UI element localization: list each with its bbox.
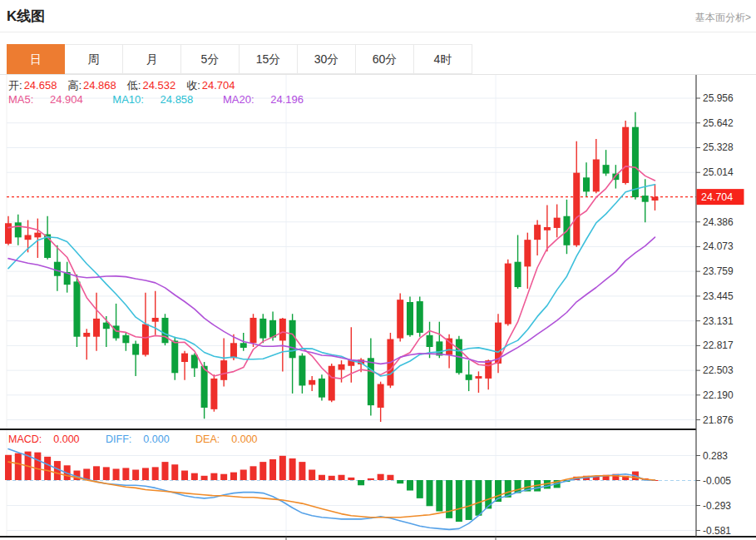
tab-15min[interactable]: 15分 [240, 44, 298, 74]
macd-value-label: MACD:0.000 [8, 433, 91, 445]
svg-text:23.759: 23.759 [703, 265, 734, 277]
svg-text:23.445: 23.445 [703, 290, 734, 302]
dea-value-label: DEA:0.000 [195, 433, 269, 445]
ma10-legend: MA10: 24.858 [112, 93, 206, 106]
tab-month[interactable]: 月 [123, 44, 181, 74]
tab-30min[interactable]: 30分 [298, 44, 356, 74]
svg-text:22.190: 22.190 [703, 389, 734, 401]
svg-text:0.283: 0.283 [703, 450, 728, 462]
low-value: 24.532 [142, 79, 175, 92]
svg-text:25.014: 25.014 [703, 166, 734, 178]
page-title: K线图 [7, 7, 45, 26]
kline-app: K线图 基本面分析> 日 周 月 5分 15分 30分 60分 4时 开:24.… [0, 0, 756, 540]
svg-text:-0.581: -0.581 [703, 525, 731, 537]
tab-5min[interactable]: 5分 [181, 44, 240, 74]
svg-text:25.956: 25.956 [703, 92, 734, 104]
svg-text:25.328: 25.328 [703, 141, 734, 153]
svg-text:-0.005: -0.005 [703, 475, 731, 487]
low-label: 低: [127, 79, 141, 92]
ma5-legend: MA5: 24.904 [8, 93, 96, 106]
close-label: 收: [186, 79, 200, 92]
period-tabs: 日 周 月 5分 15分 30分 60分 4时 [7, 44, 472, 74]
svg-text:21.876: 21.876 [703, 414, 734, 426]
open-value: 24.658 [24, 79, 57, 92]
ma20-legend: MA20: 24.196 [223, 93, 317, 106]
diff-value-label: DIFF:0.000 [106, 433, 181, 445]
svg-text:22.817: 22.817 [703, 339, 734, 351]
kline-chart[interactable]: 25.95625.64225.32825.01424.38624.07323.7… [0, 74, 756, 540]
close-value: 24.704 [202, 79, 235, 92]
svg-text:24.073: 24.073 [703, 240, 734, 252]
fundamental-analysis-link[interactable]: 基本面分析> [695, 11, 751, 25]
high-label: 高: [67, 79, 82, 92]
header-divider [0, 32, 756, 32]
svg-text:23.131: 23.131 [703, 315, 734, 327]
tab-4hour[interactable]: 4时 [414, 44, 472, 74]
ohlc-row: 开:24.658高:24.868低:24.532收:24.704 [8, 78, 246, 93]
macd-legend-row: MACD:0.000 DIFF:0.000 DEA:0.000 [8, 433, 281, 445]
svg-text:24.704: 24.704 [701, 191, 733, 203]
ma-legend-row: MA5: 24.904 MA10: 24.858 MA20: 24.196 [8, 93, 330, 106]
svg-text:22.503: 22.503 [703, 364, 734, 376]
open-label: 开: [8, 79, 22, 92]
tab-day[interactable]: 日 [7, 44, 65, 74]
high-value: 24.868 [83, 79, 116, 92]
svg-text:25.642: 25.642 [703, 117, 734, 129]
svg-text:24.386: 24.386 [703, 216, 734, 228]
tab-60min[interactable]: 60分 [356, 44, 414, 74]
svg-text:-0.293: -0.293 [703, 500, 731, 512]
tab-week[interactable]: 周 [65, 44, 123, 74]
